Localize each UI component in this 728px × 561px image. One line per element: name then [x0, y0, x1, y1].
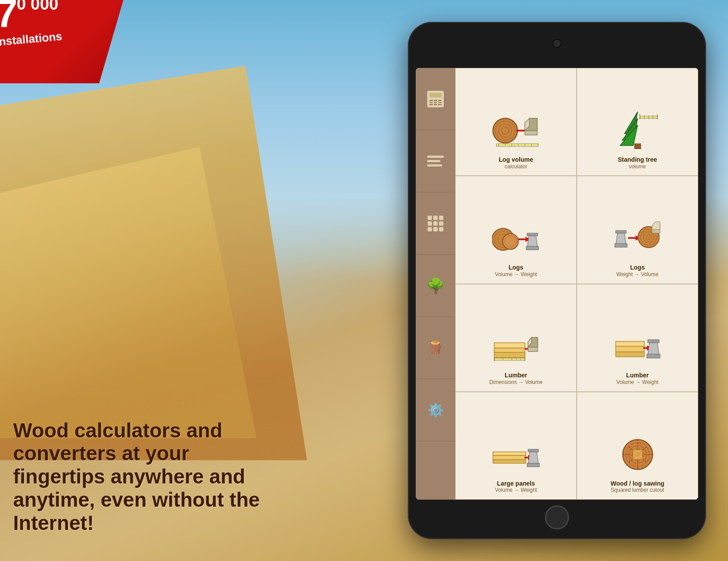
grid-cell-lumber-vol-weight[interactable]: Lumber Volume → Weight [577, 284, 698, 392]
large-panels-icon-area [458, 429, 574, 477]
lumber-dim-vol-icon-area [458, 321, 574, 369]
phone-device: 🌳 🪵 ⚙️ [408, 22, 706, 539]
svg-rect-59 [616, 341, 644, 346]
svg-rect-58 [616, 352, 644, 357]
lumber-vol-weight-sublabel: Volume → Weight [617, 379, 659, 386]
svg-rect-67 [528, 449, 539, 452]
wood-sawing-sublabel: Squared lumber cutout [611, 487, 664, 494]
logs-vol-weight-label: Logs [509, 264, 523, 271]
log-volume-label: Log volume [499, 156, 533, 163]
banner-superscript: 0 000 [17, 0, 58, 12]
lumber-vol-weight-icon-area [580, 321, 695, 369]
svg-rect-35 [615, 244, 627, 247]
sidebar-item-grid[interactable] [416, 192, 455, 255]
svg-rect-19 [635, 144, 641, 149]
svg-rect-62 [647, 354, 660, 358]
grid-cell-logs-vol-weight[interactable]: Logs Volume → Weight [455, 176, 577, 284]
settings-icon: ⚙️ [428, 402, 444, 418]
wood-sawing-icon-area [580, 429, 695, 477]
phone-screen: 🌳 🪵 ⚙️ [416, 68, 698, 500]
logs-weight-vol-label: Logs [630, 264, 645, 271]
log-volume-svg [492, 110, 540, 149]
svg-rect-61 [648, 340, 659, 343]
calculator-icon [427, 91, 444, 107]
grid-cell-logs-weight-vol[interactable]: Logs Weight → Volume [577, 176, 698, 284]
svg-rect-34 [616, 231, 626, 233]
logs-weight-vol-icon-area [580, 213, 695, 261]
banner-number: 7 [0, 0, 17, 31]
phone-body: 🌳 🪵 ⚙️ [408, 22, 706, 539]
svg-rect-57 [616, 346, 644, 352]
svg-point-0 [493, 118, 517, 143]
svg-rect-65 [493, 452, 526, 455]
sidebar-item-settings[interactable]: ⚙️ [416, 379, 455, 441]
logs-weight-vol-sublabel: Weight → Volume [617, 271, 659, 278]
log-volume-icon-area [458, 105, 574, 153]
standing-tree-svg [614, 110, 662, 149]
svg-rect-32 [527, 233, 538, 236]
svg-marker-42 [652, 222, 660, 230]
large-panels-svg [492, 433, 540, 473]
standing-tree-sublabel: volume [629, 163, 646, 170]
list-icon [427, 154, 444, 168]
lumber-vol-weight-label: Lumber [626, 372, 649, 379]
sidebar-item-calculator[interactable] [416, 68, 455, 130]
grid-cell-standing-tree[interactable]: Standing tree volume [577, 68, 698, 176]
grid-cell-large-panels[interactable]: Large panels Volume → Weight [455, 392, 577, 500]
app-content-grid: Log volume calculator [455, 68, 698, 500]
sidebar-item-tree[interactable]: 🌳 [416, 255, 455, 317]
lumber-dim-vol-svg [492, 325, 540, 365]
tree-icon: 🌳 [426, 277, 445, 295]
grid-cell-lumber-dim-vol[interactable]: Lumber Dimensions → Volume [455, 284, 577, 392]
lumber-dim-vol-label: Lumber [505, 372, 527, 379]
phone-camera [552, 39, 562, 48]
logs-vol-weight-sublabel: Volume → Weight [495, 271, 537, 278]
svg-rect-33 [526, 246, 539, 250]
main-description-text: Wood calculators and converters at your … [13, 419, 285, 535]
grid-cell-log-volume[interactable]: Log volume calculator [455, 68, 577, 176]
svg-rect-68 [527, 463, 539, 467]
logs-vol-weight-icon-area [458, 213, 574, 261]
svg-rect-64 [493, 460, 526, 463]
large-panels-label: Large panels [497, 480, 535, 487]
svg-rect-44 [494, 352, 525, 358]
grid-cell-wood-sawing[interactable]: Wood / log sawing Squared lumber cutout [577, 392, 698, 500]
svg-rect-8 [496, 144, 538, 146]
svg-rect-63 [493, 455, 526, 460]
logs-vol-weight-svg [492, 217, 540, 257]
standing-tree-icon-area [580, 105, 695, 153]
log-volume-sublabel: calculator [505, 163, 527, 170]
logs-weight-vol-svg [614, 217, 662, 257]
phone-home-button[interactable] [545, 505, 569, 529]
logs-icon: 🪵 [428, 341, 443, 355]
wood-sawing-label: Wood / log sawing [610, 480, 664, 487]
svg-rect-45 [494, 343, 525, 348]
standing-tree-label: Standing tree [618, 156, 657, 163]
sidebar-item-list[interactable] [416, 130, 455, 192]
svg-rect-78 [633, 450, 642, 459]
sidebar-item-logs[interactable]: 🪵 [416, 317, 455, 379]
wood-sawing-svg [614, 433, 662, 473]
app-sidebar: 🌳 🪵 ⚙️ [416, 68, 455, 500]
lumber-dim-vol-sublabel: Dimensions → Volume [489, 379, 542, 386]
grid-icon [428, 216, 443, 231]
lumber-vol-weight-svg [614, 325, 662, 365]
large-panels-sublabel: Volume → Weight [495, 487, 537, 494]
